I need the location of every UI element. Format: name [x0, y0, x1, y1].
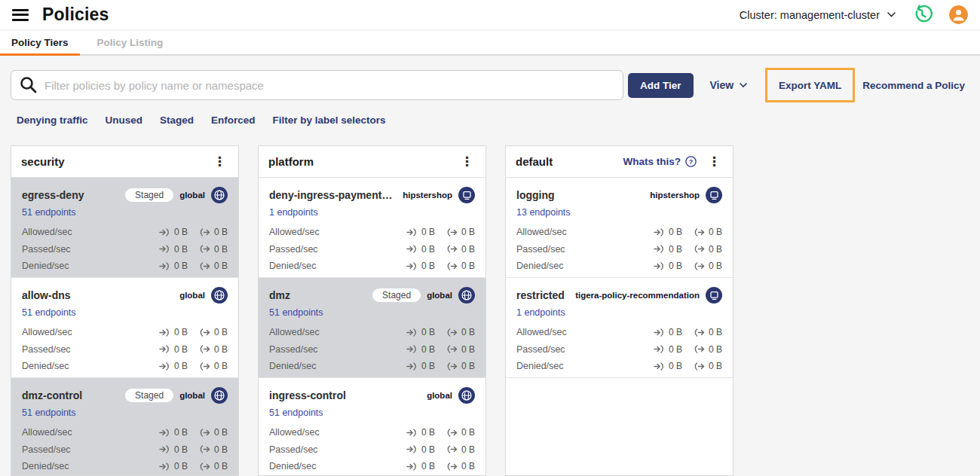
- endpoints-link[interactable]: 51 endpoints: [22, 407, 76, 418]
- tab-policy-tiers-label: Policy Tiers: [11, 37, 69, 48]
- metric-row: Passed/sec 0 B 0 B: [22, 341, 228, 359]
- endpoints-link[interactable]: 13 endpoints: [516, 207, 571, 218]
- tier-menu-icon[interactable]: ⋮: [706, 154, 723, 169]
- metric-out-value: 0 B: [709, 361, 722, 371]
- metric-row: Allowed/sec 0 B 0 B: [22, 324, 228, 341]
- metric-in-value: 0 B: [174, 261, 188, 271]
- tier-help-link[interactable]: Whats this? ?: [623, 156, 697, 167]
- endpoints-link[interactable]: 51 endpoints: [22, 207, 76, 218]
- metric-row: Passed/sec 0 B 0 B: [269, 441, 475, 459]
- filter-unused[interactable]: Unused: [106, 114, 143, 126]
- endpoints-link[interactable]: 1 endpoints: [516, 307, 565, 318]
- policy-scope: global: [179, 391, 205, 400]
- top-bar: Policies Cluster: management-cluster: [0, 0, 980, 30]
- policy-card[interactable]: deny-ingress-paymentservi… hipstershop 1…: [259, 178, 485, 278]
- cluster-selector[interactable]: Cluster: management-cluster: [740, 9, 896, 21]
- egress-arrow-icon: [199, 445, 210, 453]
- policy-card[interactable]: allow-dns global 51 endpoints Allowed/se…: [11, 278, 238, 378]
- metric-label: Denied/sec: [516, 361, 654, 371]
- metric-row: Passed/sec 0 B 0 B: [516, 341, 722, 359]
- tier-column-default: default Whats this? ? ⋮ logging hipsters…: [505, 145, 733, 476]
- metric-row: Denied/sec 0 B 0 B: [22, 258, 228, 275]
- egress-arrow-icon: [199, 362, 210, 371]
- metric-in-value: 0 B: [669, 327, 682, 337]
- globe-icon: [458, 287, 475, 304]
- ingress-arrow-icon: [159, 262, 170, 270]
- policy-card[interactable]: dmz-control Staged global 51 endpoints A…: [11, 378, 238, 476]
- policy-card[interactable]: ingress-control global 51 endpoints Allo…: [259, 378, 485, 476]
- ingress-arrow-icon: [406, 445, 418, 453]
- tab-policy-tiers[interactable]: Policy Tiers: [0, 31, 80, 54]
- ingress-arrow-icon: [159, 328, 170, 337]
- metric-row: Denied/sec 0 B 0 B: [269, 358, 475, 375]
- history-icon[interactable]: [912, 5, 933, 25]
- metric-label: Passed/sec: [269, 444, 406, 455]
- metric-out-value: 0 B: [461, 444, 475, 455]
- endpoints-link[interactable]: 1 endpoints: [269, 207, 318, 218]
- metric-in-value: 0 B: [421, 327, 435, 337]
- egress-arrow-icon: [694, 245, 705, 253]
- metric-in-value: 0 B: [421, 261, 435, 271]
- egress-arrow-icon: [694, 228, 705, 236]
- policy-scope: global: [179, 291, 205, 300]
- metric-out-value: 0 B: [461, 261, 475, 271]
- metric-out-value: 0 B: [709, 327, 722, 337]
- metric-row: Denied/sec 0 B 0 B: [516, 358, 722, 375]
- egress-arrow-icon: [199, 429, 210, 437]
- metric-in-value: 0 B: [174, 461, 188, 471]
- endpoints-link[interactable]: 51 endpoints: [269, 307, 323, 318]
- metric-out-value: 0 B: [214, 461, 228, 471]
- metric-label: Passed/sec: [22, 444, 159, 455]
- ingress-arrow-icon: [159, 345, 170, 353]
- policy-card[interactable]: dmz Staged global 51 endpoints Allowed/s…: [259, 278, 485, 378]
- ingress-arrow-icon: [159, 445, 170, 453]
- tier-menu-icon[interactable]: ⋮: [458, 154, 476, 169]
- menu-icon[interactable]: [12, 9, 29, 21]
- endpoints-link[interactable]: 51 endpoints: [22, 307, 76, 318]
- view-dropdown-button[interactable]: View: [710, 79, 748, 91]
- metric-label: Allowed/sec: [269, 427, 406, 438]
- policy-card[interactable]: restricted tigera-policy-recommendation …: [506, 278, 733, 378]
- export-yaml-button[interactable]: Export YAML: [779, 80, 841, 91]
- filter-staged[interactable]: Staged: [160, 114, 194, 126]
- add-tier-button[interactable]: Add Tier: [628, 73, 694, 98]
- ingress-arrow-icon: [406, 228, 418, 236]
- egress-arrow-icon: [199, 262, 210, 270]
- metrics-list: Allowed/sec 0 B 0 B Passed/sec 0 B 0 B D…: [22, 224, 228, 275]
- egress-arrow-icon: [694, 262, 705, 270]
- policy-name: egress-deny: [22, 189, 119, 201]
- tier-menu-icon[interactable]: ⋮: [211, 154, 228, 169]
- egress-arrow-icon: [199, 228, 210, 236]
- policy-scope: global: [427, 391, 452, 400]
- page-title: Policies: [42, 5, 109, 25]
- tier-header: platform ⋮: [259, 146, 485, 178]
- filter-by-label-selectors[interactable]: Filter by label selectors: [273, 114, 386, 126]
- policy-name: deny-ingress-paymentservi…: [269, 189, 397, 201]
- policy-name: allow-dns: [22, 289, 173, 301]
- metric-out-value: 0 B: [709, 261, 722, 271]
- tab-policy-listing[interactable]: Policy Listing: [86, 31, 175, 54]
- ingress-arrow-icon: [159, 429, 170, 437]
- tier-name: security: [21, 155, 65, 168]
- metric-in-value: 0 B: [174, 227, 188, 237]
- metric-row: Allowed/sec 0 B 0 B: [22, 424, 228, 441]
- metric-in-value: 0 B: [669, 227, 682, 237]
- tier-body: deny-ingress-paymentservi… hipstershop 1…: [259, 178, 485, 476]
- svg-text:?: ?: [689, 158, 694, 166]
- export-yaml-highlight-box: Export YAML: [765, 68, 855, 102]
- policy-card[interactable]: egress-deny Staged global 51 endpoints A…: [11, 178, 238, 278]
- policy-card[interactable]: logging hipstershop 13 endpoints Allowed…: [506, 178, 733, 278]
- policy-scope: global: [427, 291, 452, 300]
- metric-label: Allowed/sec: [22, 227, 159, 237]
- tab-policy-listing-label: Policy Listing: [97, 37, 164, 48]
- user-avatar-icon[interactable]: [949, 5, 968, 24]
- endpoints-link[interactable]: 51 endpoints: [269, 407, 323, 418]
- tier-header: default Whats this? ? ⋮: [506, 146, 733, 178]
- policy-filter-input[interactable]: [11, 70, 623, 100]
- filter-denying-traffic[interactable]: Denying traffic: [17, 114, 88, 126]
- metric-label: Allowed/sec: [269, 327, 406, 337]
- quick-filters: Denying traffic Unused Staged Enforced F…: [17, 114, 386, 126]
- filter-enforced[interactable]: Enforced: [211, 114, 256, 126]
- metric-row: Passed/sec 0 B 0 B: [269, 341, 475, 359]
- recommend-policy-button[interactable]: Recommend a Policy: [862, 80, 965, 91]
